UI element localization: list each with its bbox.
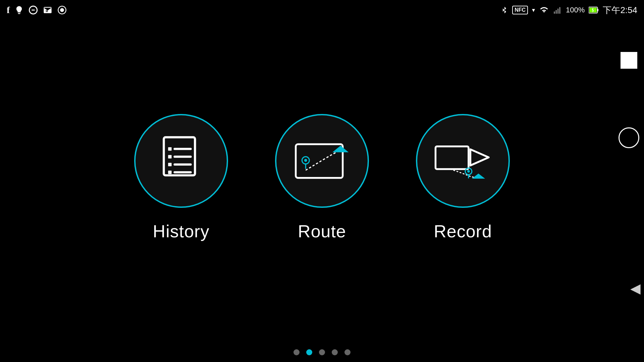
status-left-icons: f M xyxy=(7,5,67,15)
battery-percent: 100% xyxy=(566,6,585,14)
dnd-icon xyxy=(29,5,38,15)
history-icon xyxy=(159,135,203,187)
history-circle[interactable] xyxy=(134,114,228,208)
svg-point-4 xyxy=(61,8,64,11)
record-icon xyxy=(434,138,492,184)
svg-point-31 xyxy=(467,170,470,173)
signal-icon xyxy=(553,6,562,14)
route-icon xyxy=(293,138,352,184)
svg-point-26 xyxy=(304,159,307,162)
record-item[interactable]: Record xyxy=(416,114,510,241)
history-label: History xyxy=(153,221,210,241)
mail-icon: M xyxy=(43,5,53,15)
bluetooth-icon xyxy=(501,5,508,15)
page-dot-3[interactable] xyxy=(332,349,338,355)
record-label: Record xyxy=(434,221,492,241)
battery-icon xyxy=(589,6,599,14)
wifi-icon xyxy=(539,6,549,14)
history-item[interactable]: History xyxy=(134,114,228,241)
svg-rect-16 xyxy=(168,147,171,150)
svg-rect-8 xyxy=(559,7,560,14)
svg-marker-27 xyxy=(332,145,348,152)
nfc-icon: NFC xyxy=(512,6,528,14)
bulb-icon xyxy=(14,5,24,15)
page-dot-4[interactable] xyxy=(344,349,351,355)
main-content: History Route xyxy=(0,20,644,335)
svg-rect-22 xyxy=(168,170,171,174)
route-circle[interactable] xyxy=(275,114,369,208)
page-dot-2[interactable] xyxy=(319,349,325,355)
svg-rect-28 xyxy=(435,146,468,169)
svg-rect-7 xyxy=(557,9,558,14)
page-dot-1[interactable] xyxy=(306,349,312,355)
page-dot-0[interactable] xyxy=(293,349,300,355)
status-bar: f M NFC ▾ xyxy=(0,0,644,20)
svg-rect-5 xyxy=(554,11,555,14)
svg-rect-10 xyxy=(597,9,598,11)
svg-rect-6 xyxy=(556,10,557,14)
svg-text:M: M xyxy=(46,10,48,13)
page-indicators xyxy=(293,349,351,355)
time-display: 下午2:54 xyxy=(603,4,637,16)
status-right-icons: NFC ▾ 100% 下午2:54 xyxy=(501,4,637,16)
svg-rect-18 xyxy=(168,155,171,158)
route-label: Route xyxy=(298,221,346,241)
dropdown-arrow-icon: ▾ xyxy=(532,6,535,14)
camera-status-icon xyxy=(57,5,67,15)
facebook-icon: f xyxy=(7,5,10,15)
record-circle[interactable] xyxy=(416,114,510,208)
route-item[interactable]: Route xyxy=(275,114,369,241)
svg-rect-24 xyxy=(296,144,342,178)
svg-marker-32 xyxy=(472,173,485,178)
svg-marker-29 xyxy=(470,149,489,165)
svg-rect-20 xyxy=(168,163,171,166)
